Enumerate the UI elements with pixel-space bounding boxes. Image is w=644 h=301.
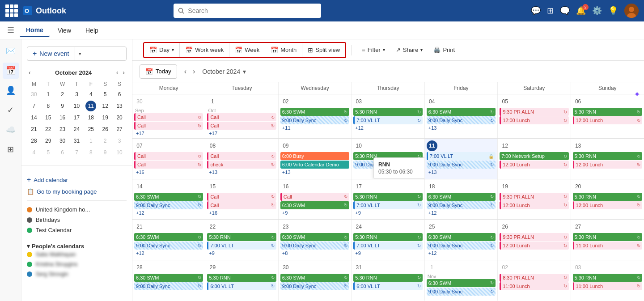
event-pill[interactable]: 6:00 VL LT↻ bbox=[207, 282, 276, 290]
peoples-calendar-item[interactable]: Kristina Struygins bbox=[27, 259, 127, 269]
print-button[interactable]: 🖨️ Print bbox=[429, 43, 459, 57]
chat-icon[interactable]: 💬 bbox=[531, 6, 541, 16]
event-pill[interactable]: 9:00 Daily Sync↻ bbox=[280, 116, 349, 124]
calendar-day-cell[interactable]: 236:30 SWM↻9:00 Daily Sync↻+8 bbox=[279, 220, 352, 260]
event-pill[interactable]: 9:30 PR ALLN↻ bbox=[500, 233, 568, 241]
my-calendar-item[interactable]: United Kingdom ho... bbox=[27, 204, 127, 215]
mini-cal-day[interactable]: 14 bbox=[29, 112, 39, 123]
nav-prev-arrow[interactable]: ‹ bbox=[182, 66, 189, 77]
calendar-day-cell[interactable]: 245:30 RNN↻7:00 VL LT↻+9 bbox=[352, 220, 424, 260]
calendar-day-cell[interactable]: 117:00 VL LT🔒9:00 Daily Sync↻+13 bbox=[425, 139, 498, 179]
day-number[interactable]: 22 bbox=[207, 221, 218, 232]
event-pill[interactable]: 6:30 SWM↻ bbox=[280, 201, 349, 209]
calendar-day-cell[interactable]: 127:00 Network Setup↻12:00 Lunch↻ bbox=[498, 139, 571, 179]
event-pill[interactable]: 9:00 Daily Sync↻ bbox=[427, 116, 496, 124]
calendar-day-cell[interactable]: 315:30 RNN↻6:00 VL LT↻ bbox=[352, 260, 424, 301]
share-button[interactable]: ↗ Share ▾ bbox=[391, 43, 428, 57]
event-pill[interactable]: 11:00 Lunch↻ bbox=[500, 282, 568, 290]
event-pill[interactable]: 6:30 SWM↻ bbox=[134, 274, 203, 282]
event-pill[interactable]: 9:30 PR ALLN↻ bbox=[500, 108, 568, 116]
event-pill[interactable]: 6:30 SWM↻ bbox=[280, 108, 349, 116]
add-calendar-button[interactable]: + Add calendar bbox=[27, 173, 127, 187]
calendar-day-cell[interactable]: 096:00 Busy6:00 Virto Calendar Demo+13 bbox=[279, 139, 352, 179]
event-pill[interactable]: 12:00 Lunch↻ bbox=[573, 161, 642, 169]
day-number[interactable]: 07 bbox=[134, 140, 145, 151]
event-pill[interactable]: Call↻ bbox=[207, 122, 276, 130]
day-number[interactable]: 02 bbox=[500, 262, 510, 273]
day-number[interactable]: 10 bbox=[353, 140, 364, 151]
event-pill[interactable]: 7:00 VL LT🔒 bbox=[427, 152, 496, 160]
calendar-day-cell[interactable]: 175:30 RNN↻7:00 VL LT↻+9 bbox=[352, 179, 424, 220]
month-chevron[interactable]: ▾ bbox=[243, 68, 246, 75]
more-events-link[interactable]: +11 bbox=[280, 125, 349, 131]
event-pill[interactable]: 12:00 Lunch↻ bbox=[500, 116, 568, 124]
event-pill[interactable]: check↻ bbox=[207, 161, 276, 169]
event-pill[interactable]: 5:30 RNN↻ bbox=[207, 233, 276, 241]
calendar-day-cell[interactable]: 046:30 SWM↻9:00 Daily Sync↻+13 bbox=[425, 94, 498, 138]
sparkle-icon[interactable]: ✦ bbox=[634, 89, 640, 99]
day-number[interactable]: 31 bbox=[353, 262, 364, 273]
day-number[interactable]: 26 bbox=[500, 221, 510, 232]
apps-icon[interactable]: ⊞ bbox=[547, 6, 554, 16]
event-pill[interactable]: 6:30 SWM↻ bbox=[280, 233, 349, 241]
mini-cal-day[interactable]: 10 bbox=[114, 147, 125, 158]
mini-cal-day[interactable]: 28 bbox=[29, 136, 39, 146]
mini-cal-day[interactable]: 7 bbox=[29, 101, 39, 111]
new-event-main-btn[interactable]: + New event bbox=[27, 47, 75, 60]
tab-help[interactable]: Help bbox=[79, 24, 105, 37]
mini-cal-day[interactable]: 21 bbox=[29, 124, 39, 135]
event-pill[interactable]: 6:30 SWM↻ bbox=[427, 233, 496, 241]
mini-cal-day[interactable]: 17 bbox=[71, 112, 82, 123]
day-number[interactable]: 08 bbox=[207, 140, 218, 151]
bell-icon[interactable]: 🔔 2 bbox=[576, 6, 586, 16]
mini-cal-day[interactable]: 16 bbox=[57, 112, 68, 123]
event-pill[interactable]: 9:00 Daily Sync↻ bbox=[427, 201, 496, 209]
comment-icon[interactable]: 🗨️ bbox=[560, 6, 570, 16]
more-events-link[interactable]: +17 bbox=[134, 130, 203, 136]
more-events-link[interactable]: +8 bbox=[280, 250, 349, 256]
event-pill[interactable]: 9:00 Daily Sync↻ bbox=[427, 242, 496, 250]
calendar-day-cell[interactable]: 146:30 SWM↻9:00 Daily Sync↻+12 bbox=[132, 179, 205, 220]
event-pill[interactable]: 9:00 Daily Sync↻ bbox=[280, 242, 349, 250]
event-pill[interactable]: 7:00 VL LT↻ bbox=[353, 201, 422, 209]
sidebar-icon-mail[interactable]: ✉️ bbox=[3, 43, 19, 59]
day-number[interactable]: 28 bbox=[134, 262, 145, 273]
event-pill[interactable]: 7:00 VL LT↻ bbox=[353, 116, 422, 124]
calendar-day-cell[interactable]: 275:30 RNN↻11:00 Lunch↻ bbox=[571, 220, 644, 260]
event-pill[interactable]: 9:00 Daily Sync↻ bbox=[427, 288, 496, 296]
event-pill[interactable]: 11:00 Lunch↻ bbox=[573, 282, 642, 290]
mini-cal-collapse[interactable]: ‹ bbox=[27, 68, 33, 77]
day-number[interactable]: 30 bbox=[280, 262, 291, 273]
mini-cal-day[interactable]: 30 bbox=[57, 136, 68, 146]
day-number[interactable]: 17 bbox=[353, 181, 364, 192]
more-events-link[interactable]: +13 bbox=[427, 169, 496, 175]
more-events-link[interactable]: +9 bbox=[207, 250, 276, 256]
event-pill[interactable]: 11:00 Lunch↻ bbox=[573, 242, 642, 250]
event-pill[interactable]: Call↻ bbox=[207, 113, 276, 121]
tab-view[interactable]: View bbox=[51, 24, 77, 37]
more-events-link[interactable]: +13 bbox=[207, 169, 276, 175]
event-pill[interactable]: 5:30 RNN↻ bbox=[207, 274, 276, 282]
calendar-day-cell[interactable]: 035:30 RNN↻7:00 VL LT↻+12 bbox=[352, 94, 424, 138]
mini-cal-day[interactable]: 1 bbox=[43, 89, 54, 100]
day-number[interactable]: 27 bbox=[573, 221, 584, 232]
day-number[interactable]: 24 bbox=[353, 221, 364, 232]
day-number[interactable]: 19 bbox=[500, 181, 510, 192]
event-pill[interactable]: 6:30 SWM↻ bbox=[280, 274, 349, 282]
view-workweek-button[interactable]: 📅 Work week bbox=[180, 43, 229, 57]
peoples-calendar-item[interactable]: Sabo Malkhayan bbox=[27, 250, 127, 259]
calendar-day-cell[interactable]: 216:30 SWM↻9:00 Daily Sync↻+12 bbox=[132, 220, 205, 260]
day-number[interactable]: 21 bbox=[134, 221, 145, 232]
mini-cal-day[interactable]: 1 bbox=[85, 136, 96, 146]
day-number[interactable]: 30 bbox=[134, 96, 145, 107]
event-pill[interactable]: Call↻ bbox=[207, 193, 276, 201]
event-pill[interactable]: 6:30 SWM↻ bbox=[427, 193, 496, 201]
calendar-day-cell[interactable]: 105:30 RNN↻9:00 Daily Sync↻RNN05:30 to 0… bbox=[352, 139, 424, 179]
event-pill[interactable]: 6:30 SWM↻ bbox=[134, 233, 203, 241]
event-pill[interactable]: 12:00 Lunch↻ bbox=[573, 201, 642, 209]
event-pill[interactable]: Call↻ bbox=[134, 122, 203, 130]
mini-cal-day[interactable]: 12 bbox=[100, 101, 110, 111]
more-events-link[interactable]: +12 bbox=[134, 250, 203, 256]
mini-cal-day[interactable]: 11 bbox=[85, 101, 96, 111]
search-bar[interactable] bbox=[174, 4, 321, 18]
